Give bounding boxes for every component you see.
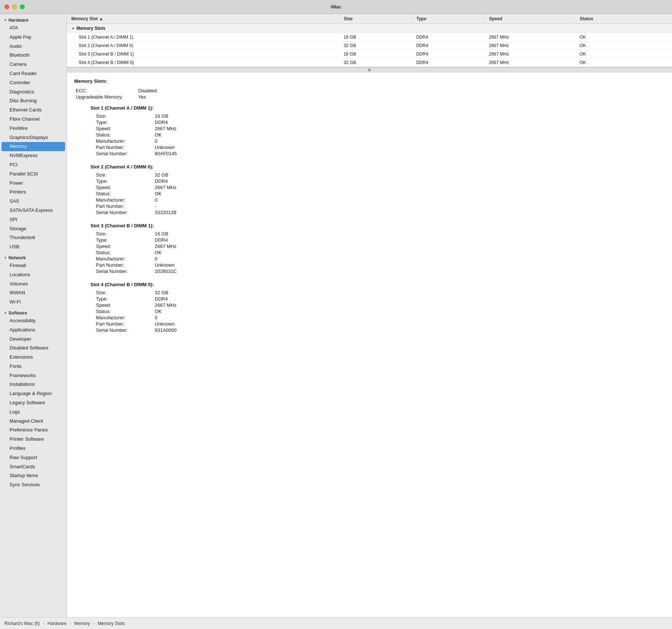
sidebar-item-camera[interactable]: Camera <box>1 60 65 69</box>
sidebar-item-wwan[interactable]: WWAN <box>1 288 65 298</box>
memory-table: Memory Slot ▲ Size Type Speed Status ▼ M… <box>67 14 672 67</box>
col-header-slot[interactable]: Memory Slot ▲ <box>67 14 339 24</box>
sidebar-item-apple-pay[interactable]: Apple Pay <box>1 33 65 42</box>
slot-prop-row: Part Number:Unknown <box>96 321 179 327</box>
sidebar-item-applications[interactable]: Applications <box>1 326 65 335</box>
sidebar-item-raw-support[interactable]: Raw Support <box>1 453 65 462</box>
sidebar-item-locations[interactable]: Locations <box>1 270 65 280</box>
sidebar-item-developer[interactable]: Developer <box>1 335 65 344</box>
sidebar-item-installations[interactable]: Installations <box>1 380 65 389</box>
sidebar-item-audio[interactable]: Audio <box>1 42 65 51</box>
window-controls <box>4 4 25 9</box>
slot-prop-row: Type:DDR4 <box>96 178 179 184</box>
sidebar-item-firewall[interactable]: Firewall <box>1 261 65 270</box>
slot-prop-row: Serial Number:2028031C <box>96 268 180 274</box>
table-row[interactable]: Slot 3 (Channel B / DIMM 1)16 GBDDR42667… <box>67 50 672 58</box>
network-triangle-icon: ▼ <box>4 256 7 260</box>
slot-prop-row: Part Number:- <box>96 203 179 209</box>
sidebar-item-diagnostics[interactable]: Diagnostics <box>1 88 65 97</box>
sidebar[interactable]: ▼ Hardware ATAApple PayAudioBluetoothCam… <box>0 14 67 617</box>
sidebar-item-frameworks[interactable]: Frameworks <box>1 371 65 380</box>
sidebar-item-sata-sata-express[interactable]: SATA/SATA Express <box>1 206 65 215</box>
col-header-size[interactable]: Size <box>339 14 412 24</box>
sidebar-item-storage[interactable]: Storage <box>1 224 65 234</box>
detail-pane[interactable]: Memory Slots: ECC:DisabledUpgradeable Me… <box>67 72 672 617</box>
sidebar-item-graphics-displays[interactable]: Graphics/Displays <box>1 133 65 142</box>
sidebar-item-power[interactable]: Power <box>1 179 65 188</box>
sidebar-item-controller[interactable]: Controller <box>1 78 65 88</box>
col-header-type[interactable]: Type <box>412 14 485 24</box>
sidebar-item-logs[interactable]: Logs <box>1 408 65 417</box>
sidebar-item-parallel-scsi[interactable]: Parallel SCSI <box>1 170 65 179</box>
sidebar-item-legacy-software[interactable]: Legacy Software <box>1 398 65 408</box>
sidebar-item-fonts[interactable]: Fonts <box>1 362 65 371</box>
sidebar-item-bluetooth[interactable]: Bluetooth <box>1 51 65 60</box>
sidebar-item-card-reader[interactable]: Card Reader <box>1 69 65 78</box>
sidebar-item-managed-client[interactable]: Managed Client <box>1 417 65 426</box>
slot-blocks: Slot 1 (Channel A / DIMM 1):Size:16 GBTy… <box>74 105 665 333</box>
slot-prop-row: Serial Number:80AF0145 <box>96 150 180 157</box>
slot-block-3: Slot 3 (Channel B / DIMM 1):Size:16 GBTy… <box>76 223 665 274</box>
slot-prop-row: Speed:2667 MHz <box>96 243 180 249</box>
slot-props-table-4: Size:32 GBType:DDR4Speed:2667 MHzStatus:… <box>96 289 179 333</box>
minimize-button[interactable] <box>12 4 17 9</box>
sidebar-item-smartcards[interactable]: SmartCards <box>1 462 65 472</box>
sidebar-item-ata[interactable]: ATA <box>1 24 65 33</box>
top-props-table: ECC:DisabledUpgradeable Memory:Yes <box>76 88 160 100</box>
sidebar-item-usb[interactable]: USB <box>1 242 65 252</box>
slot-props-table-2: Size:32 GBType:DDR4Speed:2667 MHzStatus:… <box>96 172 179 216</box>
memory-table-body: ▼ Memory SlotsSlot 1 (Channel A / DIMM 1… <box>67 24 672 67</box>
breadcrumb-separator: › <box>92 621 96 626</box>
slot-prop-row: Manufacturer:0 <box>96 314 179 321</box>
table-row[interactable]: Slot 4 (Channel B / DIMM 0)32 GBDDR42667… <box>67 58 672 67</box>
sidebar-item-startup-items[interactable]: Startup Items <box>1 471 65 480</box>
slot-prop-row: Status:OK <box>96 191 179 197</box>
slot-prop-row: Type:DDR4 <box>96 296 179 302</box>
sidebar-item-ethernet-cards[interactable]: Ethernet Cards <box>1 106 65 115</box>
sidebar-item-extensions[interactable]: Extensions <box>1 353 65 362</box>
slot-prop-row: Size:16 GB <box>96 231 180 237</box>
breadcrumb: Richard's iMac (6) › Hardware › Memory ›… <box>4 621 125 626</box>
sidebar-item-disc-burning[interactable]: Disc Burning <box>1 96 65 106</box>
breadcrumb-separator: › <box>68 621 72 626</box>
sidebar-item-firewire[interactable]: FireWire <box>1 124 65 133</box>
sidebar-item-printers[interactable]: Printers <box>1 188 65 197</box>
network-group-header: ▼ Network <box>0 254 67 261</box>
sidebar-item-memory[interactable]: Memory <box>1 142 65 151</box>
sidebar-item-nvmexpress[interactable]: NVMExpress <box>1 151 65 160</box>
slot-prop-row: Size:32 GB <box>96 289 179 296</box>
sidebar-item-profiles[interactable]: Profiles <box>1 444 65 453</box>
content-area: Memory Slot ▲ Size Type Speed Status ▼ M… <box>67 14 672 617</box>
sidebar-item-disabled-software[interactable]: Disabled Software <box>1 344 65 353</box>
slot-prop-row: Status:OK <box>96 132 180 138</box>
close-button[interactable] <box>4 4 9 9</box>
sidebar-item-fibre-channel[interactable]: Fibre Channel <box>1 115 65 124</box>
slot-block-4: Slot 4 (Channel B / DIMM 0):Size:32 GBTy… <box>76 282 665 333</box>
sidebar-item-volumes[interactable]: Volumes <box>1 280 65 289</box>
sidebar-item-printer-software[interactable]: Printer Software <box>1 435 65 444</box>
col-header-speed[interactable]: Speed <box>485 14 575 24</box>
sidebar-item-preference-panes[interactable]: Preference Panes <box>1 426 65 435</box>
breadcrumb-part: Richard's iMac (6) <box>4 621 40 626</box>
table-row[interactable]: Slot 2 (Channel A / DIMM 0)32 GBDDR42667… <box>67 42 672 50</box>
table-row[interactable]: Slot 1 (Channel A / DIMM 1)16 GBDDR42667… <box>67 33 672 42</box>
slot-title-2: Slot 2 (Channel A / DIMM 0): <box>90 164 665 170</box>
zoom-button[interactable] <box>20 4 25 9</box>
sidebar-item-sync-services[interactable]: Sync Services <box>1 480 65 490</box>
col-header-status[interactable]: Status <box>575 14 672 24</box>
sidebar-item-language---region[interactable]: Language & Region <box>1 389 65 398</box>
slot-prop-row: Type:DDR4 <box>96 237 180 243</box>
sidebar-item-sas[interactable]: SAS <box>1 197 65 206</box>
slot-prop-row: Size:16 GB <box>96 113 180 119</box>
breadcrumb-part: Memory <box>74 621 90 626</box>
sidebar-item-thunderbolt[interactable]: Thunderbolt <box>1 233 65 242</box>
sidebar-item-wi-fi[interactable]: Wi-Fi <box>1 298 65 307</box>
sidebar-item-accessibility[interactable]: Accessibility <box>1 316 65 326</box>
top-prop-row: ECC:Disabled <box>76 88 160 94</box>
table-group-row[interactable]: ▼ Memory Slots <box>67 24 672 33</box>
sidebar-item-spi[interactable]: SPI <box>1 215 65 224</box>
sidebar-item-pci[interactable]: PCI <box>1 160 65 170</box>
slot-prop-row: Type:DDR4 <box>96 119 180 125</box>
slot-prop-row: Status:OK <box>96 308 179 314</box>
slot-prop-row: Part Number:Unknown <box>96 144 180 150</box>
